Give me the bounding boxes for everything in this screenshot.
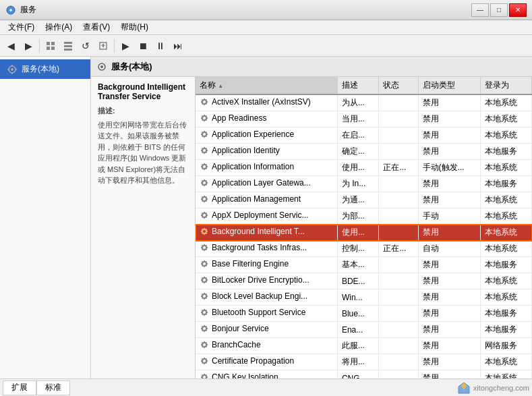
cell-startup: 禁用 bbox=[418, 225, 481, 241]
cell-desc: 为通... bbox=[337, 192, 378, 208]
cell-desc: 将用... bbox=[337, 354, 378, 370]
tab-standard[interactable]: 标准 bbox=[36, 380, 70, 395]
cell-status bbox=[379, 192, 418, 208]
menu-action[interactable]: 操作(A) bbox=[40, 20, 78, 34]
sidebar-item-local-services[interactable]: 服务(本地) bbox=[0, 59, 90, 79]
cell-logon: 本地系统 bbox=[481, 225, 532, 241]
cell-name: Application Information bbox=[196, 160, 337, 176]
refresh-button[interactable]: ↺ bbox=[78, 38, 94, 54]
sidebar: 服务(本地) bbox=[0, 57, 91, 378]
table-row[interactable]: Base Filtering Engine基本...禁用本地服务 bbox=[196, 257, 532, 273]
restart-button[interactable]: ⏭ bbox=[170, 38, 186, 54]
svg-line-109 bbox=[202, 249, 202, 250]
svg-point-25 bbox=[203, 117, 206, 119]
table-row[interactable]: BranchCache此服...禁用网络服务 bbox=[196, 338, 532, 354]
pause-button[interactable]: ⏸ bbox=[152, 38, 169, 54]
services-header-title: 服务(本地) bbox=[111, 61, 152, 73]
cell-status bbox=[379, 354, 418, 370]
col-startup[interactable]: 启动类型 bbox=[418, 77, 481, 94]
cell-startup: 自动 bbox=[418, 241, 481, 257]
svg-line-133 bbox=[206, 277, 206, 278]
svg-line-29 bbox=[202, 119, 202, 120]
svg-line-81 bbox=[202, 196, 202, 197]
cell-name: ActiveX Installer (AxInstSV) bbox=[196, 94, 337, 111]
tab-expand[interactable]: 扩展 bbox=[3, 380, 36, 395]
table-row[interactable]: Background Tasks Infras...控制...正在...自动本地… bbox=[196, 241, 532, 257]
svg-line-147 bbox=[206, 314, 206, 314]
svg-point-125 bbox=[203, 279, 206, 281]
minimize-button[interactable]: — bbox=[471, 3, 489, 17]
cell-desc: Win... bbox=[337, 289, 378, 306]
content-area: 服务(本地) Background Intelligent Transfer S… bbox=[91, 57, 532, 378]
table-row[interactable]: App Readiness当用...禁用本地系统 bbox=[196, 111, 532, 128]
table-row[interactable]: Certificate Propagation将用...禁用本地系统 bbox=[196, 354, 532, 370]
view-btn[interactable] bbox=[60, 38, 76, 54]
table-row[interactable]: ActiveX Installer (AxInstSV)为从...禁用本地系统 bbox=[196, 94, 532, 111]
svg-point-165 bbox=[203, 343, 206, 346]
col-status[interactable]: 状态 bbox=[379, 77, 418, 94]
services-icon bbox=[7, 64, 18, 75]
svg-line-37 bbox=[206, 136, 206, 136]
svg-line-57 bbox=[206, 168, 206, 169]
col-name[interactable]: 名称 ▲ bbox=[196, 77, 337, 94]
table-row[interactable]: Application Identity确定...禁用本地服务 bbox=[196, 144, 532, 160]
table-row[interactable]: Background Intelligent T...使用...禁用本地系统 bbox=[196, 225, 532, 241]
cell-name: Application Identity bbox=[196, 144, 337, 160]
table-row[interactable]: Application Information使用...正在...手动(触发..… bbox=[196, 160, 532, 176]
table-row[interactable]: Block Level Backup Engi...Win...禁用本地系统 bbox=[196, 289, 532, 306]
svg-point-145 bbox=[203, 311, 206, 314]
cell-desc: 确定... bbox=[337, 144, 378, 160]
svg-line-89 bbox=[202, 217, 202, 217]
cell-status bbox=[379, 306, 418, 322]
menu-help[interactable]: 帮助(H) bbox=[115, 20, 154, 34]
cell-desc: 为部... bbox=[337, 208, 378, 225]
cell-name: AppX Deployment Servic... bbox=[196, 208, 337, 225]
back-button[interactable]: ◀ bbox=[3, 38, 19, 54]
col-desc[interactable]: 描述 bbox=[337, 77, 378, 94]
svg-point-45 bbox=[203, 149, 206, 152]
svg-point-115 bbox=[203, 262, 206, 265]
cell-desc: 当用... bbox=[337, 111, 378, 128]
stop-button[interactable]: ⏹ bbox=[135, 38, 151, 54]
services-header-icon bbox=[96, 61, 107, 72]
cell-logon: 本地系统 bbox=[481, 273, 532, 289]
gear-icon bbox=[200, 113, 209, 123]
gear-icon bbox=[200, 162, 209, 171]
services-list[interactable]: 名称 ▲ 描述 状态 启动类型 登录为 ActiveX Installer (A… bbox=[196, 77, 532, 378]
maximize-button[interactable]: □ bbox=[490, 3, 508, 17]
cell-desc: 为从... bbox=[337, 94, 378, 111]
cell-name: CNG Key Isolation bbox=[196, 370, 337, 379]
table-row[interactable]: Application Layer Gatewa...为 In...禁用本地服务 bbox=[196, 176, 532, 192]
forward-button[interactable]: ▶ bbox=[20, 38, 36, 54]
watermark-logo bbox=[457, 381, 471, 395]
svg-line-121 bbox=[202, 261, 202, 262]
close-button[interactable]: ✕ bbox=[509, 3, 527, 17]
table-row[interactable]: Bluetooth Support ServiceBlue...禁用本地服务 bbox=[196, 306, 532, 322]
cell-name: Block Level Backup Engi... bbox=[196, 289, 337, 306]
table-row[interactable]: AppX Deployment Servic...为部...手动本地系统 bbox=[196, 208, 532, 225]
up-button[interactable] bbox=[42, 38, 59, 54]
svg-line-151 bbox=[202, 310, 202, 310]
svg-line-117 bbox=[206, 265, 206, 266]
table-row[interactable]: Application Experience在启...禁用本地系统 bbox=[196, 128, 532, 144]
table-row[interactable]: Bonjour ServiceEna...禁用本地服务 bbox=[196, 322, 532, 338]
table-row[interactable]: Application Management为通...禁用本地系统 bbox=[196, 192, 532, 208]
svg-line-19 bbox=[202, 103, 202, 104]
cell-startup: 禁用 bbox=[418, 354, 481, 370]
cell-startup: 禁用 bbox=[418, 111, 481, 128]
cell-status bbox=[379, 128, 418, 144]
menu-view[interactable]: 查看(V) bbox=[78, 20, 115, 34]
cell-name: Background Tasks Infras... bbox=[196, 241, 337, 257]
col-logon[interactable]: 登录为 bbox=[481, 77, 532, 94]
services-table: 名称 ▲ 描述 状态 启动类型 登录为 ActiveX Installer (A… bbox=[196, 77, 532, 378]
svg-line-27 bbox=[206, 119, 206, 120]
cell-name: Application Experience bbox=[196, 128, 337, 144]
gear-icon bbox=[200, 243, 209, 252]
menu-file[interactable]: 文件(F) bbox=[3, 20, 40, 34]
table-row[interactable]: CNG Key IsolationCNG...禁用本地系统 bbox=[196, 370, 532, 379]
info-service-name: Background Intelligent Transfer Service bbox=[98, 82, 188, 101]
export-button[interactable] bbox=[95, 38, 111, 54]
cell-name: Bluetooth Support Service bbox=[196, 306, 337, 322]
table-row[interactable]: BitLocker Drive Encryptio...BDE...禁用本地系统 bbox=[196, 273, 532, 289]
play-button[interactable]: ▶ bbox=[117, 38, 134, 54]
